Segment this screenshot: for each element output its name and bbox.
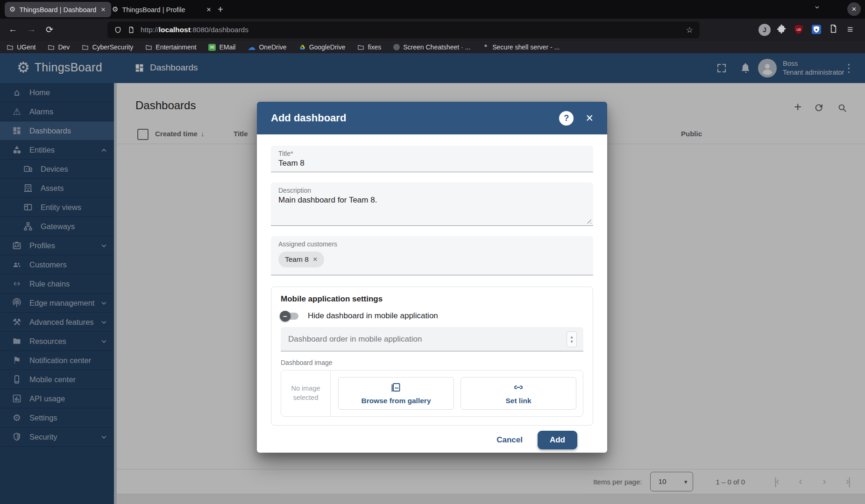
tab-dashboards[interactable]: ⚙ ThingsBoard | Dashboards ×: [5, 2, 111, 17]
extensions-puzzle-icon[interactable]: [776, 24, 787, 34]
title-input[interactable]: [278, 159, 586, 168]
tab-title: ThingsBoard | Profile: [122, 6, 202, 14]
bookmark-screen-cheatsheet[interactable]: Screen Cheatsheet · ...: [393, 43, 470, 51]
circle-icon: [393, 44, 400, 50]
bookmark-email[interactable]: ✉EMail: [208, 43, 235, 51]
new-tab-button[interactable]: +: [214, 3, 227, 16]
title-field[interactable]: Title*: [271, 146, 593, 172]
url-host: localhost: [159, 26, 191, 34]
profile-avatar-icon[interactable]: J: [759, 24, 771, 36]
bookmark-cybersecurity[interactable]: CyberSecurity: [82, 43, 133, 51]
link-icon: [513, 382, 524, 393]
folder-icon: [82, 44, 89, 51]
image-icon: [390, 382, 402, 393]
dialog-title: Add dashboard: [271, 112, 547, 124]
window-close-button[interactable]: ×: [847, 2, 861, 16]
bookmark-star-icon[interactable]: ☆: [686, 25, 693, 35]
bookmark-googledrive[interactable]: GoogleDrive: [299, 43, 346, 51]
list-tabs-icon[interactable]: [814, 4, 821, 11]
stepper-down-icon: ▾: [570, 339, 573, 343]
tracking-protection-shield-icon[interactable]: [114, 26, 122, 34]
dialog-header: Add dashboard ? ×: [257, 102, 607, 134]
dialog-body: Title* Description Main dashboard for Te…: [257, 134, 607, 453]
add-button[interactable]: Add: [538, 431, 577, 449]
url-scheme: http://: [141, 26, 159, 34]
chip-remove-icon[interactable]: ×: [313, 255, 318, 264]
description-field-label: Description: [278, 187, 586, 194]
thingsboard-favicon: ⚙: [112, 6, 118, 13]
no-image-placeholder: No image selected: [281, 371, 331, 416]
folder-icon: [145, 44, 152, 51]
browse-from-gallery-button[interactable]: Browse from gallery: [338, 377, 454, 410]
dashboard-image-row: No image selected Browse from gallery Se…: [281, 370, 583, 417]
site-info-icon[interactable]: [128, 26, 135, 34]
dialog-footer: Cancel Add: [271, 426, 593, 453]
bookmark-fixes[interactable]: fixes: [357, 43, 381, 51]
bookmark-ugent[interactable]: UGent: [7, 43, 35, 51]
tab-title: ThingsBoard | Dashboards: [19, 6, 96, 14]
dashboard-order-field[interactable]: ▴▾: [281, 327, 583, 351]
folder-icon: [7, 44, 14, 51]
toggle-thumb-minus-icon[interactable]: −: [280, 311, 291, 322]
cancel-button[interactable]: Cancel: [496, 435, 523, 445]
assigned-customers-label: Assigned customers: [278, 240, 586, 248]
ublock-icon[interactable]: U0: [793, 24, 804, 35]
bookmarks-bar: UGent Dev CyberSecurity Entertainment ✉E…: [0, 41, 865, 53]
mobile-settings-title: Mobile application settings: [281, 294, 583, 304]
thingsboard-favicon: ⚙: [9, 6, 15, 13]
resize-handle[interactable]: [586, 218, 591, 224]
document-extension-icon[interactable]: [829, 24, 838, 34]
assigned-customers-field[interactable]: Assigned customers Team 8 ×: [271, 236, 593, 275]
back-button[interactable]: ←: [8, 24, 17, 35]
browser-tab-strip: ⚙ ThingsBoard | Dashboards × ⚙ ThingsBoa…: [0, 0, 865, 19]
svg-text:U0: U0: [796, 28, 801, 32]
customer-chip[interactable]: Team 8 ×: [278, 252, 324, 267]
url-bar[interactable]: http:// localhost :8080/dashboards ☆: [107, 21, 700, 38]
mobile-settings-card: Mobile application settings − Hide dashb…: [271, 287, 593, 426]
dashboard-order-input[interactable]: [287, 334, 567, 344]
mail-icon: ✉: [208, 44, 216, 51]
number-stepper[interactable]: ▴▾: [567, 331, 577, 347]
bookmark-onedrive[interactable]: ☁OneDrive: [248, 43, 286, 51]
description-field[interactable]: Description Main dashboard for Team 8.: [271, 182, 593, 226]
close-icon[interactable]: ×: [586, 111, 593, 126]
drive-icon: [299, 44, 306, 51]
bitwarden-icon[interactable]: [811, 24, 822, 35]
menu-hamburger-icon[interactable]: ≡: [847, 24, 853, 35]
help-icon[interactable]: ?: [559, 111, 574, 126]
bookmark-entertainment[interactable]: Entertainment: [145, 43, 196, 51]
cloud-icon: ☁: [248, 43, 255, 51]
reload-button[interactable]: ⟳: [46, 24, 53, 35]
title-field-label: Title*: [278, 150, 586, 157]
dashboard-image-label: Dashboard image: [281, 359, 583, 366]
browser-toolbar: ← → ⟳ http:// localhost :8080/dashboards…: [0, 19, 865, 41]
folder-icon: [357, 44, 364, 51]
folder-icon: [48, 44, 55, 51]
tab-close-icon[interactable]: ×: [100, 5, 106, 14]
set-link-button[interactable]: Set link: [461, 377, 576, 410]
url-path: :8080/dashboards: [191, 26, 248, 34]
bookmark-secure-shell[interactable]: ＊Secure shell server - ...: [482, 43, 560, 51]
tab-close-icon[interactable]: ×: [206, 5, 212, 14]
snowflake-icon: ＊: [482, 43, 489, 51]
tab-profile[interactable]: ⚙ ThingsBoard | Profile ×: [107, 2, 217, 17]
hide-dashboard-toggle[interactable]: −: [281, 313, 298, 320]
forward-button[interactable]: →: [27, 24, 36, 35]
stepper-up-icon: ▴: [570, 335, 573, 339]
bookmark-dev[interactable]: Dev: [48, 43, 70, 51]
app-viewport: ⚙ ThingsBoard Dashboards Boss Tenant adm…: [0, 53, 865, 504]
toggle-label: Hide dashboard in mobile application: [308, 311, 438, 321]
add-dashboard-dialog: Add dashboard ? × Title* Description Mai…: [257, 102, 607, 453]
description-textarea[interactable]: Main dashboard for Team 8.: [278, 196, 586, 222]
